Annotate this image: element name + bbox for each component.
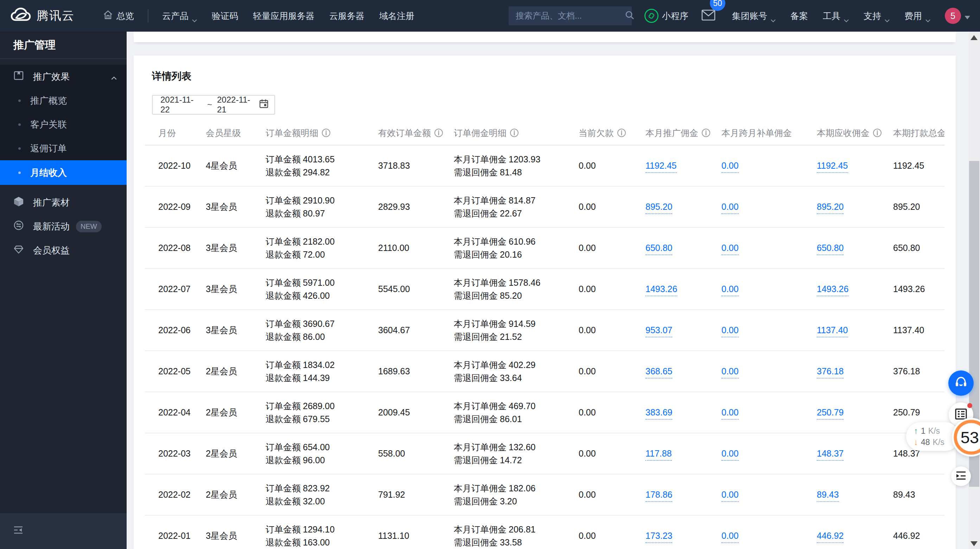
receivable-commission-link[interactable]: 650.80	[817, 243, 843, 255]
cell-cross-month-commission: 0.00	[721, 243, 817, 253]
promo-commission-link[interactable]: 1493.26	[646, 284, 677, 296]
customer-service-button[interactable]	[948, 370, 974, 396]
cross-month-commission-link[interactable]: 0.00	[721, 407, 739, 420]
sidebar-item-latest-activities[interactable]: 最新活动 NEW	[0, 214, 127, 238]
cell-month: 2022-06	[158, 325, 206, 335]
search-icon[interactable]	[625, 10, 635, 21]
cell-current-debt: 0.00	[579, 531, 646, 541]
info-icon[interactable]	[702, 128, 711, 137]
sidebar-group-promotion-effect: 推广效果 推广概览 客户关联 返佣订单 月结收入	[0, 65, 127, 185]
receivable-commission-link[interactable]: 376.18	[817, 366, 843, 379]
promo-commission-link[interactable]: 650.80	[646, 243, 672, 255]
promo-commission-link[interactable]: 178.86	[646, 490, 672, 502]
date-end: 2022-11-21	[217, 95, 259, 114]
sidebar-item-promotion-materials[interactable]: 推广素材	[0, 190, 127, 214]
cross-month-commission-link[interactable]: 0.00	[721, 490, 739, 502]
nav-item-icp[interactable]: 备案	[791, 10, 808, 22]
cell-month: 2022-03	[158, 449, 206, 459]
cell-commission-detail: 本月订单佣金1578.46 需退回佣金85.20	[454, 276, 579, 302]
promo-commission-link[interactable]: 895.20	[646, 202, 672, 214]
receivable-commission-link[interactable]: 1493.26	[817, 284, 848, 296]
nav-item-billing[interactable]: 费用	[904, 10, 931, 22]
notification-dot	[967, 403, 972, 408]
vertical-scrollbar	[968, 32, 980, 549]
cell-commission-detail: 本月订单佣金814.87 需退回佣金22.67	[454, 194, 579, 220]
nav-miniprogram[interactable]: 小程序	[644, 9, 688, 23]
sidebar-footer	[0, 513, 127, 549]
avatar[interactable]: 5	[945, 8, 961, 24]
table-column-header: 月份	[158, 127, 206, 139]
progress-widget[interactable]: 53 %	[952, 418, 980, 457]
table-row: 2022-02 2星会员 订单金额823.92 退款金额32.00 791.92…	[145, 474, 945, 516]
info-icon[interactable]	[321, 128, 331, 137]
nav-item-group-account[interactable]: 集团账号	[732, 10, 776, 22]
cross-month-commission-link[interactable]: 0.00	[721, 160, 739, 173]
sidebar-item-customer-association[interactable]: 客户关联	[0, 113, 127, 136]
cross-month-commission-link[interactable]: 0.00	[721, 325, 739, 337]
nav-item-lighthouse[interactable]: 轻量应用服务器	[253, 10, 315, 22]
cross-month-commission-link[interactable]: 0.00	[721, 366, 739, 379]
nav-item-tools[interactable]: 工具	[823, 10, 849, 22]
cell-current-debt: 0.00	[579, 160, 646, 171]
cell-payment-total: 650.80	[893, 243, 945, 253]
receivable-commission-link[interactable]: 1192.45	[817, 160, 848, 173]
cell-valid-order-amount: 1131.10	[378, 531, 454, 541]
receivable-commission-link[interactable]: 895.20	[817, 202, 843, 214]
home-icon	[103, 10, 113, 22]
date-range-picker[interactable]: 2021-11-22 ~ 2022-11-21	[152, 95, 275, 114]
down-arrow-icon: ↓	[914, 437, 918, 447]
info-icon[interactable]	[873, 128, 882, 137]
nav-overview[interactable]: 总览	[103, 10, 134, 22]
column-label: 月份	[158, 127, 176, 139]
search-input[interactable]	[515, 11, 625, 21]
receivable-commission-link[interactable]: 89.43	[817, 490, 839, 502]
nav-item-captcha[interactable]: 验证码	[212, 10, 238, 22]
info-icon[interactable]	[434, 128, 443, 137]
mail-button[interactable]: 50	[702, 10, 716, 22]
sidebar-item-promotion-effect[interactable]: 推广效果	[0, 65, 127, 89]
avatar-chevron-down-icon[interactable]	[964, 14, 969, 17]
promo-commission-link[interactable]: 368.65	[646, 366, 672, 379]
cell-order-amount-detail: 订单金额1294.10 退款金额163.00	[266, 523, 378, 549]
nav-item-domain[interactable]: 域名注册	[379, 10, 414, 22]
receivable-commission-link[interactable]: 1137.40	[817, 325, 848, 337]
column-label: 本期应收佣金	[817, 127, 870, 139]
nav-item-cloud-products[interactable]: 云产品	[162, 10, 197, 22]
cross-month-commission-link[interactable]: 0.00	[721, 284, 739, 296]
cross-month-commission-link[interactable]: 0.00	[721, 531, 739, 543]
table-column-header: 本期应收佣金	[817, 127, 893, 139]
nav-item-support[interactable]: 支持	[864, 10, 889, 22]
cell-payment-total: 376.18	[893, 366, 945, 376]
nav-item-cvm[interactable]: 云服务器	[329, 10, 364, 22]
receivable-commission-link[interactable]: 148.37	[817, 449, 843, 461]
sidebar-item-promotion-overview[interactable]: 推广概览	[0, 89, 127, 113]
cell-member-star: 3星会员	[206, 324, 266, 336]
info-icon[interactable]	[617, 128, 626, 137]
promo-commission-link[interactable]: 383.69	[646, 407, 672, 420]
cross-month-commission-link[interactable]: 0.00	[721, 449, 739, 461]
promo-commission-link[interactable]: 117.88	[646, 449, 672, 461]
cross-month-commission-link[interactable]: 0.00	[721, 202, 739, 214]
sidebar-item-member-benefits[interactable]: 会员权益	[0, 238, 127, 262]
table-column-header: 订单金额明细	[266, 127, 378, 139]
collapse-sidebar-icon[interactable]	[13, 525, 23, 537]
sidebar-item-rebate-orders[interactable]: 返佣订单	[0, 136, 127, 160]
cell-member-star: 2星会员	[206, 489, 266, 500]
cell-promo-commission: 1493.26	[646, 284, 721, 294]
receivable-commission-link[interactable]: 250.79	[817, 407, 843, 420]
console-panel-button[interactable]	[951, 466, 971, 486]
cross-month-commission-link[interactable]: 0.00	[721, 243, 739, 255]
cell-order-amount-detail: 订单金额4013.65 退款金额294.82	[266, 153, 378, 179]
brand-logo[interactable]: 腾讯云	[11, 7, 75, 24]
info-icon[interactable]	[510, 128, 519, 137]
promo-commission-link[interactable]: 1192.45	[646, 160, 677, 173]
cell-payment-total: 1192.45	[893, 160, 945, 171]
scrollbar-up-arrow[interactable]	[970, 35, 978, 40]
cell-member-star: 3星会员	[206, 283, 266, 295]
promo-commission-link[interactable]: 953.07	[646, 325, 672, 337]
scrollbar-down-arrow[interactable]	[970, 541, 978, 546]
calendar-icon[interactable]	[259, 99, 269, 111]
promo-commission-link[interactable]: 173.23	[646, 531, 672, 543]
receivable-commission-link[interactable]: 446.92	[817, 531, 843, 543]
sidebar-item-monthly-income[interactable]: 月结收入	[0, 160, 127, 185]
